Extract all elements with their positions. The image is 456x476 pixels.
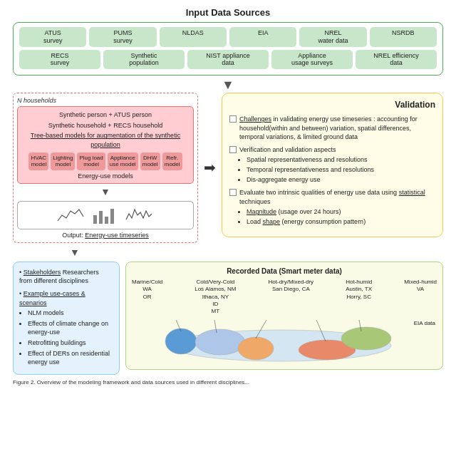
eia-data-label: EIA data — [414, 320, 435, 327]
example-climate: Effects of climate change on energy-use — [28, 319, 113, 337]
tree-based-line: Tree-based models for augmentation of th… — [22, 131, 189, 149]
timeseries-box — [17, 201, 194, 229]
climate-mixed-humid: Mixed-humidVA — [404, 279, 437, 294]
example-nlm: NLM models — [28, 309, 113, 318]
middle-row: N households Synthetic person + ATUS per… — [13, 93, 443, 243]
arrow-down-1: ▼ — [13, 78, 443, 91]
checkbox-3 — [229, 189, 237, 196]
source-chip-nsrdb: NSRDB — [370, 27, 437, 47]
climate-cold: Cold/Very-ColdLos Alamos, NMIthaca, NYID… — [195, 279, 236, 316]
source-chip-nrel-water: NRELwater data — [299, 27, 366, 47]
sources-row1: ATUSsurvey PUMSsurvey NLDAS EIA NRELwate… — [19, 27, 437, 47]
checkbox-1 — [229, 115, 237, 123]
svg-point-5 — [165, 328, 197, 354]
households-inner: Synthetic person + ATUS person Synthetic… — [17, 106, 194, 184]
ts-chart-2 — [90, 205, 120, 225]
us-map-area: EIA data — [132, 319, 437, 365]
synthetic-household-line: Synthetic household + RECS household — [22, 121, 189, 130]
stakeholders-examples-list: NLM models Effects of climate change on … — [28, 309, 113, 367]
source-chip-nldas: NLDAS — [160, 27, 227, 47]
timeseries-label: Output: Energy-use timeseries — [17, 232, 194, 239]
input-sources-box: ATUSsurvey PUMSsurvey NLDAS EIA NRELwate… — [13, 22, 443, 76]
arrow-down-2: ▼ — [17, 187, 194, 197]
hvac-model: HVACmodel — [28, 152, 48, 170]
dhw-model: DHWmodel — [140, 152, 160, 170]
arrow-down-3: ▼ — [70, 247, 80, 257]
source-chip-nrel-eff: NREL efficiencydata — [356, 50, 437, 70]
energy-models-row: HVACmodel Lightingmodel Plug loadmodel A… — [22, 152, 189, 170]
validation-box: Validation Challenges in validating ener… — [222, 93, 443, 237]
checkbox-2 — [229, 146, 237, 153]
svg-rect-2 — [105, 217, 108, 224]
climate-marine: Marine/ColdWAOR — [132, 279, 162, 301]
recorded-data-box: Recorded Data (Smart meter data) Marine/… — [125, 262, 443, 370]
source-chip-nist: NIST appliancedata — [187, 50, 269, 70]
us-map-svg — [132, 319, 437, 365]
example-retrofit: Retrofitting buildings — [28, 338, 113, 348]
source-chip-eia: EIA — [229, 27, 296, 47]
ts-chart-1 — [56, 205, 86, 225]
validation-item-3: Evaluate two intrinsic qualities of ener… — [229, 188, 435, 227]
validation-text-3: Evaluate two intrinsic qualities of ener… — [239, 188, 435, 227]
validation-text-1: Challenges in validating energy use time… — [239, 115, 435, 142]
source-chip-pums: PUMSsurvey — [89, 27, 156, 47]
climate-hot-dry: Hot-dry/Mixed-drySan Diego, CA — [269, 279, 314, 294]
figure-caption: Figure 2. Overview of the modeling frame… — [13, 378, 443, 386]
validation-item-2: Verification and validation aspects Spat… — [229, 145, 435, 185]
synthetic-person-line: Synthetic person + ATUS person — [22, 110, 189, 120]
source-chip-synthetic-pop: Syntheticpopulation — [103, 50, 185, 70]
sources-row2: RECSsurvey Syntheticpopulation NIST appl… — [19, 50, 437, 70]
source-chip-atus: ATUSsurvey — [19, 27, 86, 47]
source-chip-recs: RECSsurvey — [19, 50, 100, 70]
arrow-down-3-wrap: ▼ — [13, 246, 443, 259]
lighting-model: Lightingmodel — [51, 152, 75, 170]
households-label: N households — [17, 97, 194, 104]
plug-load-model: Plug loadmodel — [77, 152, 105, 170]
refr-model: Refr.model — [162, 152, 182, 170]
stakeholders-title-line: • Stakeholders Researchers from differen… — [19, 268, 113, 286]
climate-zones-row: Marine/ColdWAOR Cold/Very-ColdLos Alamos… — [132, 279, 437, 316]
validation-text-2: Verification and validation aspects Spat… — [239, 145, 374, 185]
households-box: N households Synthetic person + ATUS per… — [13, 93, 198, 243]
svg-point-6 — [195, 329, 245, 355]
stakeholders-examples-label: • Example use-cases & scenarios — [19, 289, 113, 307]
recorded-data-title: Recorded Data (Smart meter data) — [132, 267, 437, 276]
svg-rect-0 — [93, 215, 97, 224]
appliance-use-model: Applianceuse model — [108, 152, 138, 170]
validation-title: Validation — [229, 99, 435, 111]
validation-item-1: Challenges in validating energy use time… — [229, 115, 435, 142]
bottom-row: • Stakeholders Researchers from differen… — [13, 262, 443, 375]
ts-chart-3 — [125, 205, 155, 225]
page-title: Input Data Sources — [13, 7, 443, 18]
svg-rect-3 — [110, 209, 114, 224]
climate-hot-humid: Hot-humidAustin, TXHorry, SC — [346, 279, 372, 301]
svg-rect-1 — [99, 211, 103, 224]
stakeholders-box: • Stakeholders Researchers from differen… — [13, 262, 120, 375]
svg-point-9 — [341, 327, 391, 350]
example-ders: Effect of DERs on residential energy use — [28, 349, 113, 367]
energy-models-label: Energy-use models — [22, 172, 189, 180]
arrow-right-validation: ➡ — [204, 159, 216, 176]
source-chip-appliance-usage: Applianceusage surveys — [271, 50, 353, 70]
svg-point-7 — [238, 337, 274, 360]
